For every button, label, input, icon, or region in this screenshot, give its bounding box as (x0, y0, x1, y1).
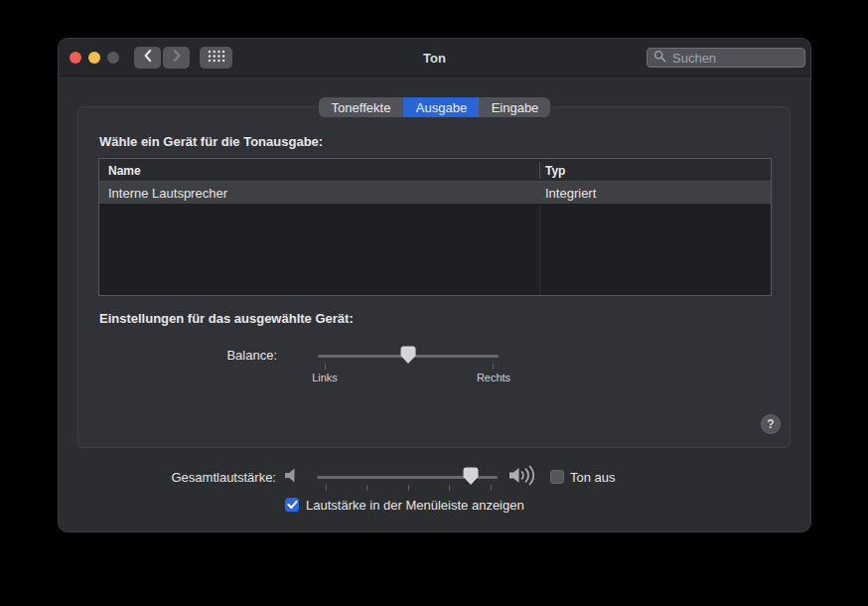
volume-tick (408, 485, 409, 491)
balance-slider[interactable] (318, 355, 499, 358)
settings-heading: Einstellungen für das ausgewählte Gerät: (99, 311, 354, 326)
speaker-quiet-icon (284, 468, 301, 487)
master-volume-label: Gesamtlautstärke: (59, 470, 276, 485)
grid-icon (208, 49, 225, 67)
chevron-right-icon (172, 49, 182, 67)
tab-eingabe[interactable]: Eingabe (479, 97, 550, 117)
balance-tick-right (493, 364, 494, 370)
balance-left-label: Links (295, 372, 355, 383)
mute-checkbox[interactable] (550, 470, 564, 484)
search-input[interactable] (670, 50, 798, 67)
device-type: Integriert (545, 182, 596, 204)
header-divider (539, 162, 540, 179)
tab-ausgabe[interactable]: Ausgabe (403, 97, 479, 117)
checkmark-icon (287, 496, 298, 514)
preferences-window: Ton (58, 38, 811, 532)
column-header-name: Name (108, 159, 141, 182)
back-button[interactable] (134, 47, 161, 69)
zoom-button-disabled (107, 52, 119, 64)
column-header-typ: Typ (545, 159, 565, 182)
balance-slider-thumb[interactable] (400, 346, 416, 365)
tab-bar: Toneffekte Ausgabe Eingabe (319, 97, 550, 117)
device-name: Interne Lautsprecher (108, 182, 227, 204)
show-all-button[interactable] (200, 47, 232, 69)
help-button[interactable]: ? (761, 414, 781, 434)
titlebar: Ton (59, 39, 810, 76)
menubar-volume-label[interactable]: Lautstärke in der Menüleiste anzeigen (306, 498, 524, 513)
minimize-button[interactable] (88, 52, 100, 64)
master-volume-slider[interactable] (317, 476, 498, 479)
chevron-left-icon (143, 49, 153, 67)
table-header: Name Typ (99, 159, 771, 182)
output-panel: Wähle ein Gerät für die Tonausgabe: Name… (77, 106, 791, 448)
tab-toneffekte[interactable]: Toneffekte (319, 97, 403, 117)
device-table[interactable]: Name Typ Interne Lautsprecher Integriert (98, 158, 772, 296)
forward-button[interactable] (163, 47, 190, 69)
speaker-loud-icon (508, 465, 542, 490)
volume-tick (366, 485, 367, 491)
balance-label: Balance: (78, 348, 277, 363)
table-row[interactable]: Interne Lautsprecher Integriert (99, 182, 771, 204)
volume-tick (491, 485, 492, 491)
search-icon (653, 49, 666, 67)
search-field[interactable] (647, 48, 805, 68)
volume-slider-thumb[interactable] (463, 467, 479, 486)
volume-tick (326, 485, 327, 491)
mute-label[interactable]: Ton aus (570, 470, 616, 485)
close-button[interactable] (70, 52, 81, 64)
output-heading: Wähle ein Gerät für die Tonausgabe: (99, 134, 323, 149)
menubar-volume-checkbox[interactable] (285, 498, 299, 512)
volume-tick (449, 485, 450, 491)
balance-right-label: Rechts (464, 372, 523, 383)
balance-tick-left (325, 364, 326, 370)
